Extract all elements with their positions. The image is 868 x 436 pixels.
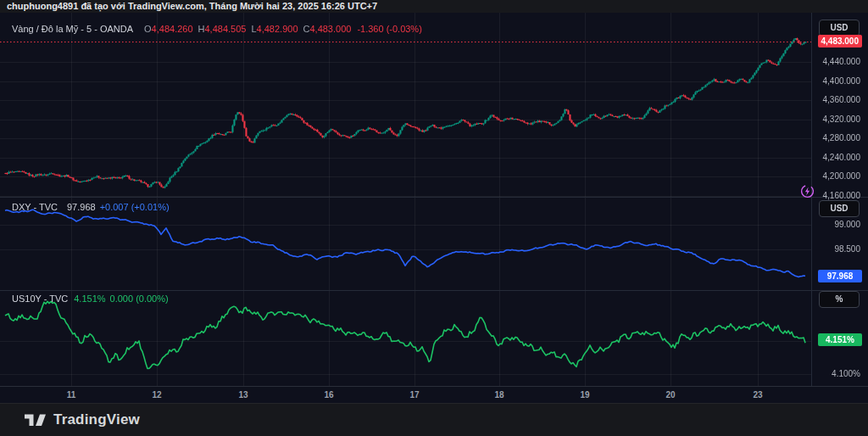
gold-last-price-badge: 4,483.000	[818, 35, 863, 48]
us10y-unit-button[interactable]: %	[819, 291, 860, 308]
ohlc-open-label: O	[144, 24, 152, 34]
price-axis-label: 4,440.000	[823, 57, 861, 67]
price-axis-label: 4.100%	[832, 369, 860, 379]
gold-symbol-title[interactable]: Vàng / Đô la Mỹ - 5 - OANDA	[12, 24, 133, 34]
ohlc-close-value: 4,483.000	[309, 24, 351, 34]
us10y-last-price-badge: 4.151%	[818, 333, 862, 346]
gold-currency-button[interactable]: USD	[819, 20, 860, 36]
gold-legend: Vàng / Đô la Mỹ - 5 - OANDAO4,484.260H4,…	[12, 24, 422, 34]
us10y-last-value: 4.151%	[74, 293, 105, 304]
price-axis-label: 98.500	[834, 244, 860, 254]
price-axis-label: 4,240.000	[823, 153, 861, 163]
pane-separator[interactable]	[0, 197, 868, 198]
dxy-currency-button[interactable]: USD	[819, 200, 860, 217]
time-axis-label: 17	[404, 390, 425, 400]
tradingview-screenshot: chuphuong4891 đã tạo với TradingView.com…	[0, 0, 868, 436]
price-axis-label: 4,280.000	[823, 133, 861, 143]
attribution-text: chuphuong4891 đã tạo với TradingView.com…	[7, 1, 377, 11]
price-chart-canvas[interactable]	[0, 13, 812, 386]
us10y-legend: US10Y - TVC4.151%0.000 (0.00%)	[12, 293, 169, 304]
time-axis-label: 20	[660, 390, 681, 400]
time-axis-label: 13	[233, 390, 253, 400]
tradingview-mark-icon	[24, 411, 47, 428]
ohlc-high-value: 4,484.505	[205, 24, 247, 34]
boost-icon[interactable]	[800, 184, 815, 198]
price-axis-label: 4,360.000	[823, 95, 861, 105]
price-axis-label: 4,320.000	[823, 115, 861, 125]
time-axis-label: 19	[575, 390, 595, 400]
brand-name: TradingView	[53, 411, 140, 428]
dxy-symbol-title[interactable]: DXY - TVC	[12, 202, 58, 212]
time-axis-label: 16	[319, 390, 339, 400]
time-axis-label: 12	[147, 390, 167, 400]
time-axis-label: 11	[61, 390, 81, 400]
pane-separator[interactable]	[0, 290, 868, 291]
price-axis-label: 4,160.000	[823, 191, 861, 201]
price-axis[interactable]: USD USD % 4,483.000 97.968 4.151% 4,440.…	[812, 13, 868, 386]
time-axis[interactable]: 111213161718192023	[0, 386, 868, 404]
tradingview-logo[interactable]: TradingView	[24, 411, 140, 428]
dxy-legend: DXY - TVC97.968+0.007 (+0.01%)	[12, 202, 170, 212]
dxy-change: +0.007 (+0.01%)	[100, 202, 170, 212]
gold-change: -1.360 (-0.03%)	[357, 24, 421, 34]
ohlc-high-label: H	[198, 24, 205, 34]
ohlc-low-value: 4,482.900	[257, 24, 298, 34]
price-axis-label: 4,400.000	[823, 76, 861, 87]
bottom-bar: TradingView	[0, 403, 868, 436]
chart-area: Vàng / Đô la Mỹ - 5 - OANDAO4,484.260H4,…	[0, 13, 868, 386]
ohlc-open-value: 4,484.260	[152, 24, 193, 34]
time-axis-label: 18	[489, 390, 509, 400]
us10y-change: 0.000 (0.00%)	[110, 293, 169, 304]
price-axis-label: 4,200.000	[823, 171, 861, 182]
us10y-symbol-title[interactable]: US10Y - TVC	[12, 293, 68, 304]
dxy-last-value: 97.968	[67, 202, 96, 212]
top-attribution-bar: chuphuong4891 đã tạo với TradingView.com…	[0, 0, 868, 13]
time-axis-label: 23	[748, 390, 768, 400]
dxy-last-price-badge: 97.968	[818, 270, 862, 282]
price-axis-label: 99.000	[834, 220, 860, 230]
